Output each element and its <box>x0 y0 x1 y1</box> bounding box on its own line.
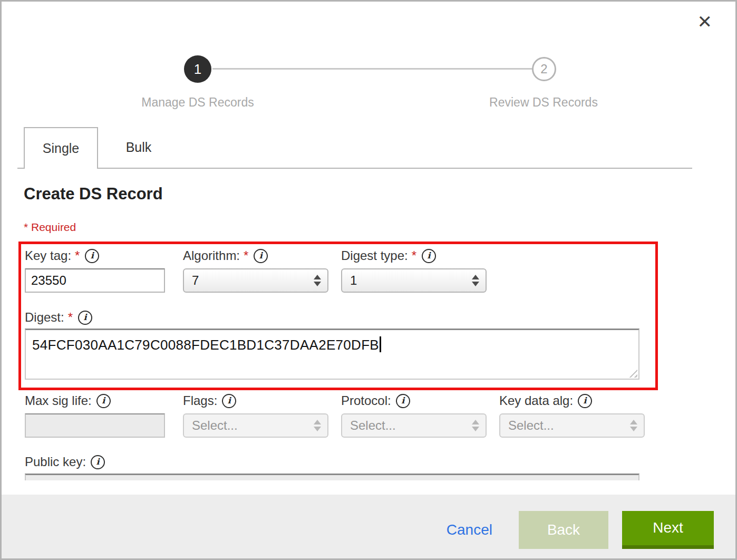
info-glyph: i <box>102 397 105 405</box>
digest-info-icon[interactable]: i <box>78 311 92 325</box>
info-glyph: i <box>428 252 431 260</box>
key-data-alg-label-text: Key data alg: <box>499 393 573 408</box>
key-tag-label-text: Key tag: <box>25 248 71 263</box>
next-button[interactable]: Next <box>622 511 714 549</box>
tab-bar: Single Bulk <box>17 127 692 169</box>
info-glyph: i <box>401 397 404 405</box>
algorithm-label-text: Algorithm: <box>183 248 240 263</box>
algorithm-label: Algorithm: * i <box>183 248 268 263</box>
digest-label: Digest: * i <box>25 310 92 325</box>
protocol-label-text: Protocol: <box>341 393 391 408</box>
required-asterisk: * <box>75 248 80 263</box>
digest-type-info-icon[interactable]: i <box>422 249 436 263</box>
max-sig-life-label: Max sig life: i <box>25 393 111 408</box>
tab-bulk[interactable]: Bulk <box>110 127 168 168</box>
digest-type-select[interactable]: 1 <box>341 268 487 293</box>
key-tag-info-icon[interactable]: i <box>85 249 99 263</box>
close-button[interactable]: ✕ <box>694 12 716 31</box>
public-key-label-text: Public key: <box>25 455 86 469</box>
algorithm-select[interactable]: 7 <box>183 268 328 293</box>
flags-select: Select... <box>183 413 328 438</box>
select-arrows-icon <box>472 420 479 431</box>
cancel-button[interactable]: Cancel <box>443 521 496 539</box>
flags-info-icon[interactable]: i <box>222 394 236 408</box>
info-glyph: i <box>228 397 231 405</box>
footer-bar: Cancel Back Next <box>2 495 735 558</box>
key-data-alg-label: Key data alg: i <box>499 393 592 408</box>
info-glyph: i <box>91 252 94 260</box>
step-2-number: 2 <box>540 62 547 76</box>
public-key-info-icon[interactable]: i <box>91 455 105 469</box>
step-2-indicator: 2 <box>532 57 556 81</box>
text-cursor <box>380 336 381 352</box>
select-arrows-icon <box>314 420 321 431</box>
flags-label-text: Flags: <box>183 393 217 408</box>
page-title: Create DS Record <box>24 185 163 204</box>
digest-type-selected-value: 1 <box>350 273 357 288</box>
key-data-alg-info-icon[interactable]: i <box>578 394 592 408</box>
digest-value: 54FCF030AA1C79C0088FDEC1BD1C37DAA2E70DFB <box>32 337 379 353</box>
digest-type-label: Digest type: * i <box>341 248 436 263</box>
algorithm-selected-value: 7 <box>192 273 199 288</box>
step-2-label: Review DS Records <box>489 95 598 110</box>
select-arrows-icon <box>630 420 637 431</box>
step-1-label: Manage DS Records <box>141 95 254 110</box>
digest-textarea[interactable]: 54FCF030AA1C79C0088FDEC1BD1C37DAA2E70DFB <box>25 329 639 380</box>
digest-label-text: Digest: <box>25 310 64 325</box>
required-asterisk: * <box>244 248 248 263</box>
key-tag-label: Key tag: * i <box>25 248 99 263</box>
protocol-select: Select... <box>341 413 487 438</box>
required-asterisk: * <box>412 248 416 263</box>
required-asterisk: * <box>68 310 73 325</box>
flags-label: Flags: i <box>183 393 236 408</box>
info-glyph: i <box>84 313 87 322</box>
tab-single[interactable]: Single <box>24 127 98 169</box>
key-tag-value: 23550 <box>31 273 66 288</box>
back-button[interactable]: Back <box>519 511 608 549</box>
flags-placeholder: Select... <box>192 418 238 433</box>
key-tag-input[interactable]: 23550 <box>25 268 165 293</box>
info-glyph: i <box>584 397 587 405</box>
max-sig-life-info-icon[interactable]: i <box>96 394 111 408</box>
close-icon: ✕ <box>697 11 713 32</box>
required-note: * Required <box>24 221 76 234</box>
stepper-connector-line <box>212 68 532 70</box>
digest-type-label-text: Digest type: <box>341 248 408 263</box>
protocol-info-icon[interactable]: i <box>396 394 410 408</box>
max-sig-life-input <box>25 413 165 438</box>
info-glyph: i <box>96 458 100 466</box>
algorithm-info-icon[interactable]: i <box>254 249 268 263</box>
protocol-label: Protocol: i <box>341 393 410 408</box>
resize-handle-icon[interactable] <box>628 369 637 378</box>
info-glyph: i <box>259 252 263 260</box>
public-key-textarea <box>25 474 639 480</box>
max-sig-life-label-text: Max sig life: <box>25 393 92 408</box>
key-data-alg-select: Select... <box>499 413 645 438</box>
select-arrows-icon <box>314 275 321 286</box>
public-key-label: Public key: i <box>25 455 105 469</box>
step-1-number: 1 <box>194 61 201 78</box>
select-arrows-icon <box>472 275 479 286</box>
step-1-indicator: 1 <box>184 55 211 83</box>
key-data-alg-placeholder: Select... <box>508 418 554 433</box>
create-ds-record-dialog: ✕ 1 2 Manage DS Records Review DS Record… <box>0 0 737 560</box>
protocol-placeholder: Select... <box>350 418 396 433</box>
